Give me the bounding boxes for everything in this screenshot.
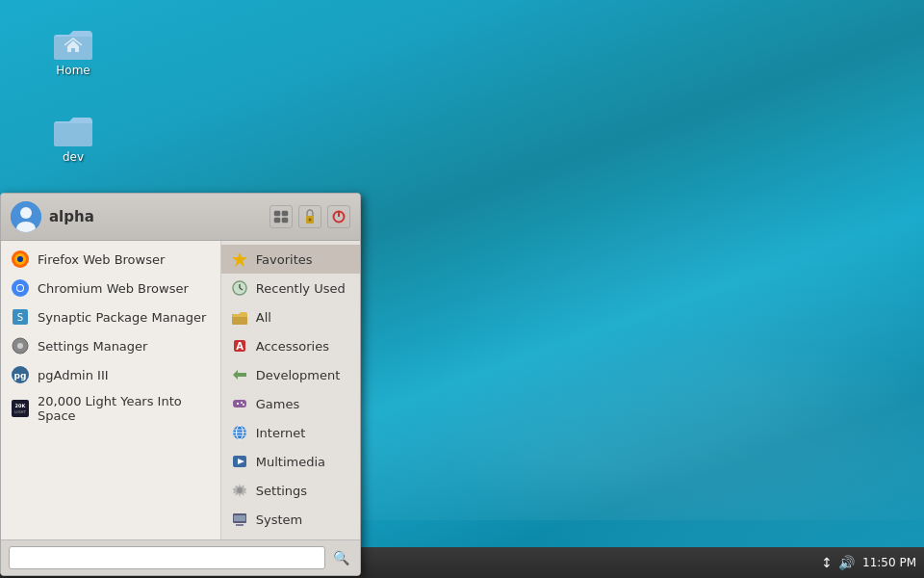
svg-point-17 — [17, 256, 23, 262]
svg-rect-53 — [234, 515, 245, 521]
system-clock: 11:50 PM — [862, 556, 916, 569]
svg-point-42 — [243, 404, 244, 406]
search-button[interactable]: 🔍 — [329, 546, 352, 569]
desktop-icon-home[interactable]: Home — [35, 17, 112, 77]
category-item-recently-used[interactable]: Recently Used — [221, 274, 360, 302]
category-label-system: System — [256, 512, 302, 527]
svg-marker-30 — [232, 252, 247, 267]
app-icon-chromium — [11, 278, 30, 298]
lock-button[interactable] — [298, 205, 321, 228]
menu-item-chromium[interactable]: Chromium Web Browser — [1, 274, 220, 302]
app-menu: alpha — [0, 193, 361, 576]
svg-text:A: A — [236, 341, 244, 352]
app-label-settings-manager: Settings Manager — [38, 339, 147, 354]
category-icon-internet — [231, 424, 248, 441]
app-label-pgadmin: pgAdmin III — [38, 368, 109, 382]
category-label-multimedia: Multimedia — [256, 455, 325, 469]
power-button[interactable] — [327, 205, 350, 228]
category-label-internet: Internet — [256, 426, 306, 440]
svg-rect-9 — [274, 218, 280, 223]
category-icon-accessories: A — [231, 337, 248, 355]
category-label-settings: Settings — [256, 484, 307, 498]
menu-header-left: alpha — [11, 201, 94, 232]
taskbar-right: ↕ 🔊 11:50 PM — [821, 555, 924, 570]
app-label-20k: 20,000 Light Years Into Space — [38, 394, 211, 423]
dev-icon-label: dev — [63, 150, 84, 164]
category-icon-favorites — [231, 250, 248, 268]
menu-item-20k[interactable]: 20KLIGHT20,000 Light Years Into Space — [1, 389, 220, 428]
category-item-system[interactable]: System — [221, 505, 360, 534]
category-item-all[interactable]: All — [221, 302, 360, 331]
menu-header-right — [270, 205, 350, 228]
menu-favorites-panel: Firefox Web BrowserChromium Web BrowserS… — [1, 241, 221, 539]
app-label-chromium: Chromium Web Browser — [38, 281, 189, 296]
svg-point-24 — [17, 343, 23, 349]
svg-rect-38 — [233, 400, 246, 407]
app-icon-pgadmin: pg — [11, 365, 30, 384]
app-icon-synaptic: S — [11, 307, 30, 327]
category-item-development[interactable]: Development — [221, 360, 360, 389]
menu-item-pgadmin[interactable]: pgpgAdmin III — [1, 360, 220, 389]
category-item-games[interactable]: Games — [221, 389, 360, 418]
tray-icons: ↕ 🔊 — [821, 555, 855, 570]
category-label-accessories: Accessories — [256, 339, 329, 354]
desktop-icon-dev[interactable]: dev — [35, 104, 112, 164]
svg-rect-10 — [282, 218, 288, 223]
svg-point-5 — [20, 207, 32, 219]
svg-text:LIGHT: LIGHT — [14, 409, 27, 414]
svg-rect-3 — [54, 123, 92, 146]
svg-point-12 — [309, 219, 312, 222]
username: alpha — [49, 208, 94, 225]
category-icon-recently-used — [231, 279, 248, 297]
app-icon-20k: 20KLIGHT — [11, 399, 30, 418]
category-icon-multimedia — [231, 453, 248, 470]
desktop: Home dev alpha — [0, 0, 924, 578]
menu-item-firefox[interactable]: Firefox Web Browser — [1, 245, 220, 274]
category-item-accessories[interactable]: AAccessories — [221, 331, 360, 360]
app-label-firefox: Firefox Web Browser — [38, 252, 165, 267]
network-icon: ↕ — [821, 555, 833, 570]
user-avatar — [11, 201, 41, 232]
category-icon-games — [231, 395, 248, 412]
svg-rect-52 — [236, 524, 244, 526]
category-item-multimedia[interactable]: Multimedia — [221, 447, 360, 476]
svg-rect-7 — [274, 211, 280, 216]
category-icon-settings — [231, 482, 248, 499]
category-item-settings[interactable]: Settings — [221, 476, 360, 505]
svg-point-41 — [241, 402, 243, 404]
category-label-all: All — [256, 310, 271, 325]
menu-search-bar: 🔍 — [1, 539, 360, 575]
menu-header: alpha — [1, 194, 360, 241]
switch-user-button[interactable] — [270, 205, 293, 228]
category-icon-all — [231, 308, 248, 326]
volume-icon: 🔊 — [838, 555, 855, 570]
svg-text:S: S — [17, 312, 23, 323]
category-icon-system — [231, 511, 248, 528]
menu-categories-panel: FavoritesRecently UsedAllAAccessoriesDev… — [221, 241, 360, 539]
app-icon-settings-manager — [11, 336, 30, 355]
category-icon-development — [231, 366, 248, 383]
app-label-synaptic: Synaptic Package Manager — [38, 310, 206, 325]
category-label-favorites: Favorites — [256, 252, 313, 267]
app-icon-firefox — [11, 250, 30, 269]
search-input[interactable] — [9, 546, 325, 569]
svg-rect-8 — [282, 211, 288, 216]
category-label-games: Games — [256, 397, 299, 411]
menu-body: Firefox Web BrowserChromium Web BrowserS… — [1, 241, 360, 539]
home-icon-label: Home — [56, 64, 90, 77]
category-item-favorites[interactable]: Favorites — [221, 245, 360, 274]
svg-text:pg: pg — [14, 371, 27, 381]
menu-item-settings-manager[interactable]: Settings Manager — [1, 331, 220, 360]
menu-item-synaptic[interactable]: SSynaptic Package Manager — [1, 302, 220, 331]
category-label-recently-used: Recently Used — [256, 281, 346, 296]
category-label-development: Development — [256, 368, 341, 382]
svg-text:20K: 20K — [15, 403, 27, 408]
svg-point-20 — [17, 285, 23, 291]
category-item-internet[interactable]: Internet — [221, 418, 360, 447]
